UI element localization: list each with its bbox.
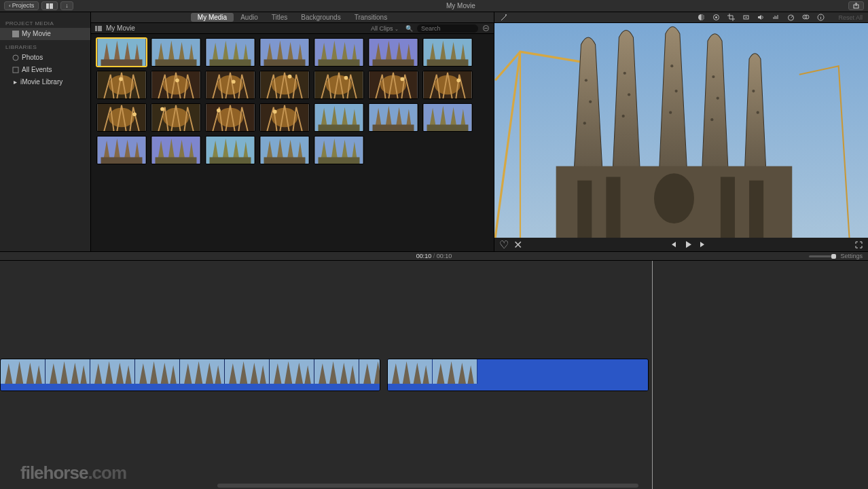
clip-thumbnail[interactable] [151, 38, 201, 67]
reset-all-button[interactable]: Reset All [838, 14, 863, 21]
filter-icon[interactable] [801, 14, 810, 22]
clip-thumbnail[interactable] [368, 38, 418, 67]
timeline-tracks [0, 359, 868, 393]
svg-point-40 [400, 77, 404, 82]
reject-x-icon[interactable]: ✕ [513, 240, 522, 249]
svg-rect-85 [606, 177, 620, 238]
info-icon[interactable] [816, 14, 825, 22]
clip-thumbnail[interactable] [96, 136, 147, 164]
svg-point-49 [160, 107, 164, 111]
prev-frame-button[interactable] [669, 240, 677, 249]
clip-thumbnail[interactable] [314, 136, 364, 164]
filter-dropdown[interactable]: All Clips ⌄ [371, 25, 399, 32]
share-icon [853, 3, 859, 9]
sidebar-item-all-events[interactable]: All Events [0, 64, 90, 76]
favorite-heart-icon[interactable]: ♡ [500, 240, 508, 249]
clip-thumbnail[interactable] [422, 103, 473, 132]
svg-rect-1 [50, 3, 53, 9]
enhance-wand-icon[interactable] [500, 14, 508, 22]
sidebar-item-label: iMovie Library [20, 77, 62, 87]
clip-thumbnail[interactable] [314, 71, 364, 99]
titlebar: ‹ Projects ↓ My Movie [0, 0, 868, 12]
chevron-left-icon: ‹ [9, 2, 11, 10]
svg-point-93 [622, 115, 625, 117]
clip-thumbnail[interactable] [96, 71, 147, 99]
clip-thumbnail[interactable] [151, 71, 201, 99]
color-correction-icon[interactable] [712, 14, 720, 22]
play-button[interactable] [684, 240, 692, 249]
svg-rect-18 [319, 59, 360, 66]
svg-rect-5 [13, 67, 18, 73]
sidebar-item-photos[interactable]: Photos [0, 52, 90, 64]
library-toggle-button[interactable] [41, 1, 58, 10]
chevron-down-icon: ⌄ [395, 26, 399, 31]
clip-thumbnail[interactable] [151, 136, 201, 164]
clip-thumbnail[interactable] [96, 38, 147, 67]
timeline-frame [46, 359, 90, 385]
clip-thumbnail[interactable] [259, 103, 310, 132]
timeline-frame [314, 359, 359, 385]
clip-thumbnail[interactable] [205, 38, 255, 67]
clip-thumbnail[interactable] [314, 103, 364, 132]
timeline[interactable]: filehorse.com [0, 261, 868, 489]
projects-back-button[interactable]: ‹ Projects [4, 1, 39, 10]
sidebar-header-project-media: PROJECT MEDIA [0, 16, 90, 28]
clip-thumbnail[interactable] [422, 38, 473, 67]
svg-rect-22 [427, 59, 469, 66]
svg-rect-86 [721, 177, 735, 238]
zoom-slider[interactable] [809, 255, 836, 257]
crop-icon[interactable] [727, 14, 735, 22]
tab-audio[interactable]: Audio [234, 13, 265, 22]
tab-backgrounds[interactable]: Backgrounds [294, 13, 347, 22]
svg-point-43 [456, 78, 460, 82]
clip-thumbnail[interactable] [259, 71, 310, 99]
svg-point-55 [273, 110, 277, 114]
svg-rect-10 [101, 59, 143, 66]
clip-thumbnail[interactable] [259, 38, 310, 67]
tab-my-media[interactable]: My Media [191, 13, 234, 22]
clip-thumbnail[interactable] [151, 103, 201, 132]
sidebar-item-imovie-library[interactable]: ▸ iMovie Library [0, 76, 90, 88]
sidebar-header-libraries: LIBRARIES [0, 40, 90, 52]
color-balance-icon[interactable] [697, 14, 705, 22]
playhead[interactable] [652, 261, 653, 489]
svg-point-92 [628, 93, 630, 96]
watermark: filehorse.com [20, 463, 126, 484]
svg-point-97 [712, 75, 715, 78]
clip-thumbnail[interactable] [368, 71, 418, 99]
speed-icon[interactable] [786, 14, 795, 22]
list-view-icon[interactable] [95, 25, 102, 32]
clip-appearance-icon[interactable] [482, 24, 490, 32]
settings-button[interactable]: Settings [840, 253, 863, 259]
share-button[interactable] [848, 1, 864, 10]
sidebar-item-my-movie[interactable]: My Movie [0, 28, 90, 40]
tab-transitions[interactable]: Transitions [348, 13, 395, 22]
timeline-frame [135, 359, 180, 385]
clip-thumbnail[interactable] [96, 103, 147, 132]
clip-thumbnail[interactable] [205, 103, 255, 132]
clip-thumbnail[interactable] [422, 71, 473, 99]
svg-rect-7 [98, 26, 102, 31]
clip-thumbnail[interactable] [205, 136, 255, 164]
noise-reduction-icon[interactable] [772, 14, 780, 22]
timeline-clip-2[interactable] [387, 359, 649, 391]
svg-point-74 [715, 16, 717, 18]
import-button[interactable]: ↓ [60, 1, 73, 10]
volume-icon[interactable] [757, 14, 765, 22]
clip-thumbnail[interactable] [314, 38, 364, 67]
svg-point-83 [654, 173, 694, 223]
horizontal-scrollbar[interactable] [217, 484, 638, 488]
stabilize-icon[interactable] [742, 14, 750, 22]
clip-thumbnail[interactable] [259, 136, 310, 164]
preview-viewport[interactable] [494, 23, 868, 238]
timeline-clip-1[interactable] [0, 359, 380, 391]
svg-rect-12 [156, 59, 197, 66]
fullscreen-icon[interactable] [854, 240, 863, 249]
search-input[interactable] [417, 24, 478, 33]
clip-thumbnail[interactable] [205, 71, 255, 99]
clip-thumbnail[interactable] [368, 103, 418, 132]
tab-titles[interactable]: Titles [265, 13, 295, 22]
next-frame-button[interactable] [699, 240, 707, 249]
zoom-thumb[interactable] [831, 254, 836, 259]
svg-rect-63 [101, 157, 143, 164]
